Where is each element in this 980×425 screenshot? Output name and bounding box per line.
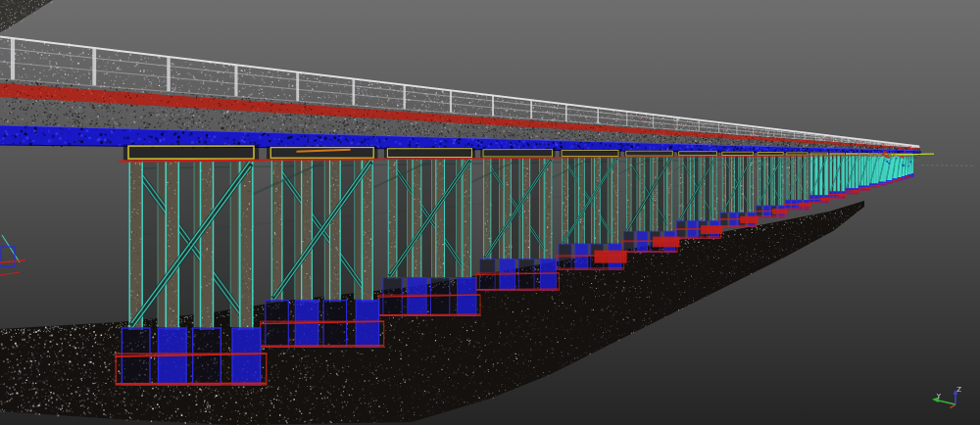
point-cloud-canvas[interactable] [0,0,980,425]
viewport[interactable]: Y Z [0,0,980,425]
